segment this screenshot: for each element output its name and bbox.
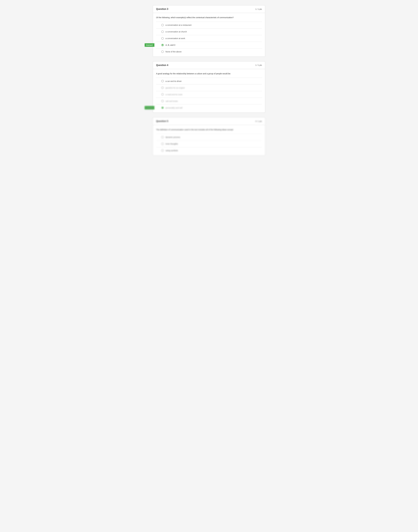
question-3-header: Question 3 1 / 1 pts [153,5,265,13]
option-q5-b-label: inner thoughts [165,143,178,145]
option-q3-e[interactable]: None of the above [156,48,262,55]
question-5-pts: 0 / 1 pts [255,120,262,122]
question-3-title: Question 3 [156,8,168,11]
option-q4-b[interactable]: gasoline for an engine [156,84,262,91]
option-q3-e-label: None of the above [165,51,182,53]
question-4-body: A good analogy for the relationship betw… [153,69,265,113]
question-5-header: Question 5 0 / 1 pts [153,117,265,125]
question-3-body: Of the following, which example(s) refle… [153,13,265,57]
radio-q3-d[interactable] [161,44,164,46]
question-4-pts: 1 / 1 pts [255,64,262,66]
page-container: Question 3 1 / 1 pts Of the following, w… [153,5,265,156]
option-q5-a-label: dynamic process [165,136,180,138]
question-4-card: Question 4 1 / 1 pts A good analogy for … [153,61,265,113]
question-5-title: Question 5 [156,120,168,123]
question-4-title: Question 4 [156,64,168,67]
radio-q3-c[interactable] [161,37,164,40]
question-5-card: Question 5 0 / 1 pts The definition of c… [153,117,265,156]
question-3-options: a conversation at a restaurant a convers… [156,22,262,55]
option-q5-c-label: using symbols [165,149,178,152]
option-q4-b-label: gasoline for an engine [165,87,185,89]
question-4-header: Question 4 1 / 1 pts [153,61,265,69]
radio-q3-b[interactable] [161,31,164,33]
option-q5-a[interactable]: dynamic process [156,134,262,140]
question-4-options: a car and its driver gasoline for an eng… [156,78,262,111]
option-q3-b-label: a conversation at church [165,31,187,33]
option-q4-a-label: a car and its driver [165,80,182,82]
question-5-text: The definition of communication used in … [156,128,262,131]
radio-q5-b[interactable] [161,143,164,145]
question-3-card: Question 3 1 / 1 pts Of the following, w… [153,5,265,57]
radio-q3-e[interactable] [161,51,164,53]
option-q4-d[interactable]: salt and treats [156,98,262,104]
option-q3-c-label: a conversation at work [165,37,185,39]
question-5-body: The definition of communication used in … [153,125,265,155]
correct-badge-q3: Correct! [145,43,154,47]
radio-q4-d[interactable] [161,100,164,102]
radio-q3-a[interactable] [161,24,164,26]
correct-badge-q4: Correct! [145,106,154,110]
option-q4-d-label: salt and treats [165,100,178,102]
radio-q4-e[interactable] [161,107,164,109]
question-4-text: A good analogy for the relationship betw… [156,72,262,75]
option-q5-b[interactable]: inner thoughts [156,140,262,147]
option-q4-e[interactable]: Correct! personality and self [156,104,262,111]
option-q3-c[interactable]: a conversation at work [156,35,262,42]
option-q3-a[interactable]: a conversation at a restaurant [156,22,262,28]
radio-q4-b[interactable] [161,87,164,89]
option-q4-a[interactable]: a car and its driver [156,78,262,84]
option-q3-d[interactable]: Correct! A, B, and C [156,42,262,48]
option-q4-c-label: a road and its route [165,93,182,96]
option-q3-a-label: a conversation at a restaurant [165,24,191,26]
radio-q4-a[interactable] [161,80,164,82]
question-3-pts: 1 / 1 pts [255,8,262,10]
radio-q4-c[interactable] [161,93,164,96]
question-3-text: Of the following, which example(s) refle… [156,16,262,19]
radio-q5-a[interactable] [161,136,164,138]
question-5-options: dynamic process inner thoughts using sym… [156,134,262,154]
option-q5-c[interactable]: using symbols [156,147,262,154]
radio-q5-c[interactable] [161,149,164,152]
option-q4-e-label: personality and self [165,107,182,109]
option-q3-b[interactable]: a conversation at church [156,28,262,35]
option-q4-c[interactable]: a road and its route [156,91,262,98]
option-q3-d-label: A, B, and C [165,44,175,46]
